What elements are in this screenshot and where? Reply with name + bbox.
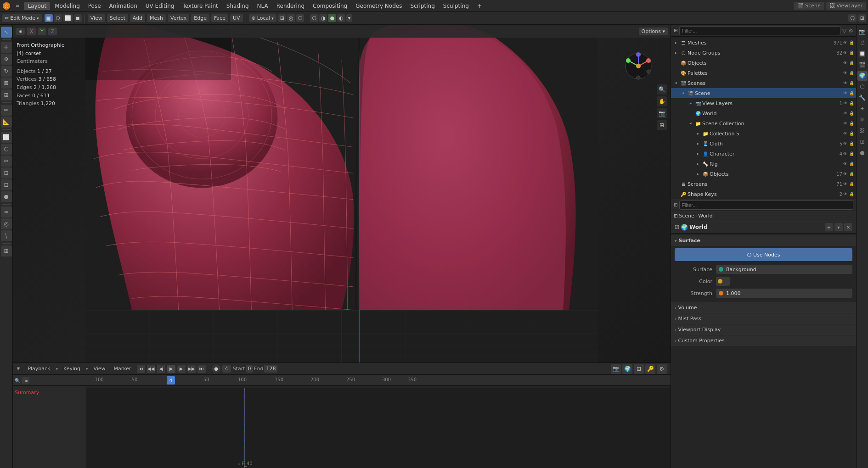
edge-menu[interactable]: Edge xyxy=(191,14,209,22)
menu-add[interactable]: + xyxy=(473,2,485,10)
play-btn[interactable]: ▶ xyxy=(167,365,175,373)
restrict-icon[interactable]: 🔒 xyxy=(849,151,854,156)
visibility-icon[interactable]: 👁 xyxy=(842,40,848,45)
menu-scripting[interactable]: Scripting xyxy=(406,2,438,10)
key-icon[interactable]: 🔑 xyxy=(645,364,655,374)
knife-tool[interactable]: ✂ xyxy=(1,156,12,167)
restrict-icon[interactable]: 🔒 xyxy=(849,60,854,66)
visibility-icon[interactable]: 👁 xyxy=(842,60,848,66)
restrict-icon[interactable]: 🔒 xyxy=(849,121,854,126)
jump-end-btn[interactable]: ⏭ xyxy=(197,365,206,373)
visibility-icon[interactable]: 👁 xyxy=(842,141,848,146)
tree-arrow-icon[interactable]: ▾ xyxy=(680,90,687,96)
loop-cut-tool[interactable]: ⬡ xyxy=(1,144,12,155)
add-cube-tool[interactable]: ⬜ xyxy=(1,132,12,143)
view-mode-2[interactable]: ⬡ xyxy=(54,14,62,22)
menu-pose[interactable]: Pose xyxy=(85,2,105,10)
tree-arrow-icon[interactable]: ▸ xyxy=(695,140,701,147)
visibility-icon[interactable]: 👁 xyxy=(842,191,848,197)
visibility-icon[interactable]: 👁 xyxy=(842,50,848,56)
render-icon[interactable]: 📷 xyxy=(611,364,621,374)
tree-arrow-icon[interactable]: ▸ xyxy=(695,130,701,137)
prop-tab-view-layer[interactable]: 🔲 xyxy=(857,49,868,59)
outliner-item[interactable]: 🔑Shape Keys2 👁 🔒 xyxy=(671,189,856,199)
prop-tab-physics[interactable]: ⚛ xyxy=(857,115,868,125)
outliner-item[interactable]: ▾🎬Scenes 👁 🔒 xyxy=(671,78,856,88)
keying-menu[interactable]: Keying xyxy=(61,365,83,373)
node-editor-tool[interactable]: ⊞ xyxy=(1,245,12,256)
surface-value-field[interactable]: Background xyxy=(716,265,852,274)
prop-tab-render[interactable]: 📷 xyxy=(857,27,868,37)
select-menu[interactable]: Select xyxy=(107,14,128,22)
prop-tab-object[interactable]: ⬡ xyxy=(857,82,868,92)
restrict-icon[interactable]: 🔒 xyxy=(849,191,854,197)
current-frame-field[interactable]: 4 xyxy=(222,365,231,373)
options-button[interactable]: Options ▾ xyxy=(639,28,668,35)
world-checkmark[interactable]: ☑ xyxy=(675,224,679,230)
tree-arrow-icon[interactable]: ▸ xyxy=(695,161,701,167)
outliner-item[interactable]: ▾📁Scene Collection 👁 🔒 xyxy=(671,118,856,128)
restrict-icon[interactable]: 🔒 xyxy=(849,80,854,86)
rotate-tool[interactable]: ↻ xyxy=(1,66,12,77)
scene-selector[interactable]: 🎬 Scene xyxy=(794,2,824,10)
prop-tab-scene[interactable]: 🎬 xyxy=(857,60,868,70)
view-type-selector[interactable]: ⊞ xyxy=(16,28,25,35)
visibility-icon[interactable]: 👁 xyxy=(842,100,848,106)
overlay-toggle[interactable]: ⬡ xyxy=(296,14,304,22)
outliner-item[interactable]: 🖥Screens71 👁 🔒 xyxy=(671,179,856,189)
outliner-search-input[interactable] xyxy=(679,26,840,35)
start-frame-field[interactable]: 0 xyxy=(246,365,253,373)
xyz-toggle-y[interactable]: Y xyxy=(38,28,46,35)
cursor-tool[interactable]: ✛ xyxy=(1,42,12,53)
xyz-toggle-z[interactable]: Z xyxy=(48,28,57,35)
smooth-tool[interactable]: ≈ xyxy=(1,206,12,217)
visibility-icon[interactable]: 👁 xyxy=(842,181,848,187)
outliner-item[interactable]: ▸🦴Rig 👁 🔒 xyxy=(671,159,856,169)
next-keyframe-btn[interactable]: ▶▶ xyxy=(187,365,196,373)
world-timeline-icon[interactable]: 🌍 xyxy=(622,364,632,374)
visibility-icon[interactable]: 👁 xyxy=(842,121,848,126)
camera-icon[interactable]: 📷 xyxy=(657,108,667,118)
proportional-edit[interactable]: ◎ xyxy=(287,14,295,22)
tree-arrow-icon[interactable]: ▸ xyxy=(695,171,701,177)
end-frame-field[interactable]: 128 xyxy=(264,365,277,373)
marker-menu[interactable]: Marker xyxy=(111,365,134,373)
restrict-icon[interactable]: 🔒 xyxy=(849,90,854,96)
xyz-toggle-x[interactable]: X xyxy=(27,28,36,35)
outliner-item[interactable]: ▸📦Objects17 👁 🔒 xyxy=(671,169,856,179)
outliner-item[interactable]: 🌍World 👁 🔒 xyxy=(671,108,856,118)
step-fwd-btn[interactable]: ▶ xyxy=(177,365,186,373)
restrict-icon[interactable]: 🔒 xyxy=(849,161,854,167)
add-menu[interactable]: Add xyxy=(130,14,145,22)
annotate-tool[interactable]: ✏ xyxy=(1,105,12,116)
keying-arrow[interactable]: ▾ xyxy=(86,367,88,371)
snap-toggle[interactable]: ⊞ xyxy=(278,14,286,22)
mode-selector[interactable]: ✏ Edit Mode ▾ xyxy=(2,14,42,22)
restrict-icon[interactable]: 🔒 xyxy=(849,111,854,116)
tree-arrow-icon[interactable]: ▸ xyxy=(673,50,679,56)
outliner-item[interactable]: ▸📁Collection 5 👁 🔒 xyxy=(671,128,856,139)
view-mode-3[interactable]: ⬜ xyxy=(63,14,73,22)
restrict-icon[interactable]: 🔒 xyxy=(849,50,854,56)
menu-layout[interactable]: ≡ xyxy=(14,2,21,9)
menu-nla[interactable]: NLA xyxy=(254,2,272,10)
prop-tab-world[interactable]: 🌍 xyxy=(857,71,868,81)
select-tool[interactable]: ↖ xyxy=(1,27,12,38)
outliner-item[interactable]: ▸⬡Node Groups32 👁 🔒 xyxy=(671,48,856,58)
mesh-menu[interactable]: Mesh xyxy=(147,14,166,22)
transform-space[interactable]: ⊕ Local ▾ xyxy=(249,14,276,22)
custom-properties-section[interactable]: › Custom Properties xyxy=(671,335,856,346)
visibility-icon[interactable]: 👁 xyxy=(842,151,848,156)
outliner-item[interactable]: ▸☰Meshes971 👁 🔒 xyxy=(671,38,856,48)
filter-btn[interactable]: ⊞ xyxy=(858,14,866,22)
use-nodes-button[interactable]: ⬡ Use Nodes xyxy=(675,248,852,261)
menu-texture-paint[interactable]: Texture Paint xyxy=(179,2,221,10)
view-menu[interactable]: View xyxy=(88,14,105,22)
surface-section-header[interactable]: ▾ Surface xyxy=(671,235,856,246)
menu-sculpting[interactable]: Sculpting xyxy=(440,2,473,10)
current-frame-marker[interactable]: ● xyxy=(212,365,220,373)
menu-rendering[interactable]: Rendering xyxy=(273,2,308,10)
tree-arrow-icon[interactable]: ▸ xyxy=(695,150,701,157)
zoom-in-icon[interactable]: 🔍 xyxy=(657,84,667,95)
outliner-item[interactable]: ▸👤Character4 👁 🔒 xyxy=(671,149,856,159)
